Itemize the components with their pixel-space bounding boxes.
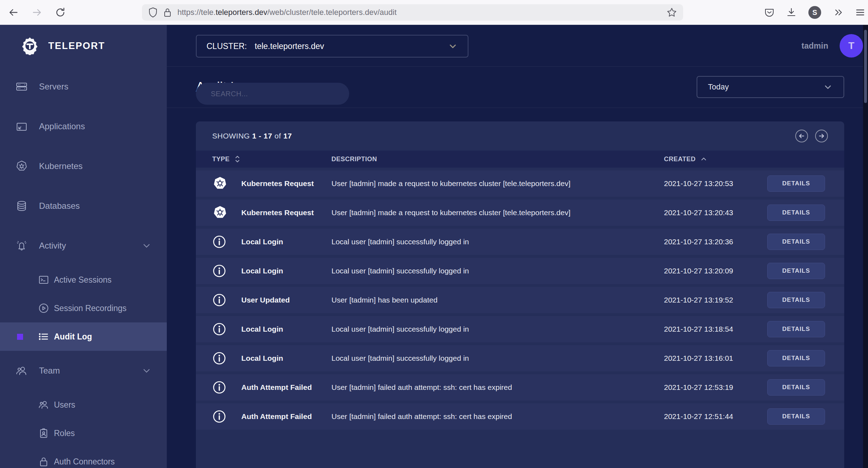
details-button[interactable]: DETAILS	[767, 350, 825, 366]
cluster-selector[interactable]: CLUSTER: tele.teleporters.dev	[196, 35, 468, 58]
bookmark-star-icon[interactable]	[667, 7, 677, 17]
row-created: 2021-10-27 12:51:44	[664, 412, 762, 421]
browser-toolbar: https://tele.teleporters.dev/web/cluster…	[0, 0, 868, 25]
row-type: Auth Attempt Failed	[241, 383, 331, 392]
shield-icon[interactable]	[148, 7, 158, 18]
chevron-down-icon	[142, 241, 151, 250]
row-created: 2021-10-27 13:20:36	[664, 238, 762, 246]
kubernetes-icon	[16, 160, 28, 172]
column-description[interactable]: DESCRIPTION	[331, 156, 664, 163]
sidebar-item-databases[interactable]: Databases	[0, 186, 167, 226]
row-created: 2021-10-27 13:16:01	[664, 354, 762, 363]
date-range-selector[interactable]: Today	[697, 76, 844, 98]
sidebar-item-label: Activity	[39, 241, 66, 251]
row-type: Local Login	[241, 354, 331, 363]
info-icon	[212, 264, 241, 278]
sidebar-item-activity[interactable]: Activity	[0, 226, 167, 266]
sidebar-item-label: Servers	[39, 82, 68, 92]
row-type: Kubernetes Request	[241, 208, 331, 217]
download-icon[interactable]	[786, 7, 796, 17]
sidebar-item-label: Roles	[54, 429, 75, 438]
sidebar-item-label: Session Recordings	[54, 304, 127, 313]
sidebar-item-kubernetes[interactable]: Kubernetes	[0, 146, 167, 186]
details-button[interactable]: DETAILS	[767, 408, 825, 425]
roles-icon	[38, 428, 49, 439]
row-created: 2021-10-27 13:19:52	[664, 296, 762, 304]
page-scrollbar[interactable]	[863, 25, 868, 468]
user-area: tadmin T	[802, 25, 863, 67]
back-button[interactable]	[4, 2, 23, 22]
details-button[interactable]: DETAILS	[767, 263, 825, 279]
sort-both-icon	[235, 155, 240, 163]
table-header-row: TYPE DESCRIPTION CREATED	[196, 151, 844, 168]
details-button[interactable]: DETAILS	[767, 292, 825, 308]
details-button[interactable]: DETAILS	[767, 379, 825, 396]
teleport-logo-icon	[21, 37, 39, 55]
sort-asc-icon	[701, 157, 707, 161]
cluster-label: CLUSTER:	[207, 42, 247, 51]
row-description: Local user [tadmin] successfully logged …	[331, 267, 664, 275]
chevron-down-icon	[142, 366, 151, 375]
sidebar-item-auth-connectors[interactable]: Auth Connectors	[0, 447, 167, 468]
username: tadmin	[802, 41, 828, 51]
date-range-value: Today	[708, 82, 729, 92]
search-input[interactable]	[196, 83, 349, 105]
sidebar-item-label: Applications	[39, 121, 85, 131]
table-row: Local Login Local user [tadmin] successf…	[196, 345, 844, 371]
sidebar-item-servers[interactable]: Servers	[0, 67, 167, 107]
scrollbar-thumb[interactable]	[864, 30, 867, 103]
info-icon	[212, 293, 241, 307]
user-avatar[interactable]: T	[840, 34, 863, 58]
info-icon	[212, 322, 241, 336]
table-row: Local Login Local user [tadmin] successf…	[196, 229, 844, 255]
pocket-icon[interactable]	[764, 7, 774, 17]
prev-page-button[interactable]	[795, 130, 808, 142]
column-type[interactable]: TYPE	[212, 155, 331, 163]
row-description: User [tadmin] made a request to kubernet…	[331, 208, 664, 217]
kubernetes-icon	[212, 176, 241, 191]
forward-button	[27, 2, 47, 22]
sidebar-item-roles[interactable]: Roles	[0, 419, 167, 447]
details-button[interactable]: DETAILS	[767, 234, 825, 250]
url-bar[interactable]: https://tele.teleporters.dev/web/cluster…	[142, 4, 683, 21]
extension-avatar[interactable]: S	[808, 6, 821, 19]
table-row: Kubernetes Request User [tadmin] made a …	[196, 200, 844, 226]
kubernetes-icon	[212, 205, 241, 221]
main-content: CLUSTER: tele.teleporters.dev tadmin T A…	[167, 25, 868, 468]
sidebar-item-session-recordings[interactable]: Session Recordings	[0, 294, 167, 322]
info-icon	[212, 235, 241, 249]
sidebar-item-label: Databases	[39, 201, 80, 211]
info-icon	[212, 409, 241, 424]
row-created: 2021-10-27 13:20:09	[664, 267, 762, 275]
sidebar-item-audit-log[interactable]: Audit Log	[0, 322, 167, 351]
chevron-down-icon	[448, 41, 458, 51]
sidebar-item-applications[interactable]: Applications	[0, 107, 167, 146]
details-button[interactable]: DETAILS	[767, 321, 825, 337]
applications-icon	[16, 120, 28, 132]
lock-icon[interactable]	[163, 7, 172, 17]
sidebar-item-team[interactable]: Team	[0, 351, 167, 391]
terminal-icon	[38, 274, 49, 285]
details-button[interactable]: DETAILS	[767, 175, 825, 192]
row-description: User [tadmin] failed auth attempt: ssh: …	[331, 383, 664, 392]
sidebar-item-users[interactable]: Users	[0, 391, 167, 419]
bell-icon	[16, 240, 28, 252]
back-arrow-icon	[8, 7, 19, 18]
row-description: User [tadmin] has been updated	[331, 296, 664, 304]
sidebar-item-label: Team	[39, 366, 60, 376]
table-showing-bar: SHOWING 1 - 17 of 17	[196, 121, 844, 151]
next-page-button[interactable]	[815, 130, 828, 142]
info-icon	[212, 351, 241, 365]
overflow-chevrons-icon[interactable]	[833, 7, 843, 17]
column-created[interactable]: CREATED	[664, 156, 844, 163]
sidebar-item-active-sessions[interactable]: Active Sessions	[0, 266, 167, 294]
details-button[interactable]: DETAILS	[767, 205, 825, 221]
table-row: User Updated User [tadmin] has been upda…	[196, 287, 844, 313]
menu-hamburger-icon[interactable]	[855, 7, 865, 17]
sidebar-item-label: Kubernetes	[39, 161, 83, 171]
pagination	[795, 130, 828, 142]
table-row: Kubernetes Request User [tadmin] made a …	[196, 170, 844, 197]
lock-icon	[38, 456, 49, 467]
reload-button[interactable]	[50, 2, 70, 22]
showing-text: SHOWING 1 - 17 of 17	[212, 132, 292, 140]
